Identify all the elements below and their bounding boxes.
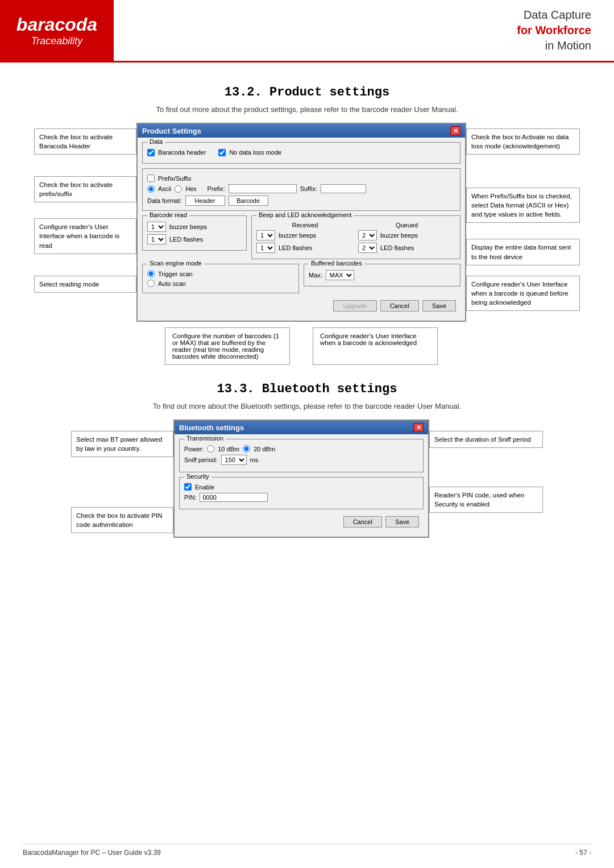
buffered-section: Buffered barcodes Max: MAX1 (304, 264, 460, 286)
power-20-radio[interactable] (243, 445, 250, 452)
queued-led-label: LED flashes (380, 244, 414, 251)
product-dialog-footer: Upgrade Cancel Save (142, 298, 460, 316)
data-format-label: Data format: (147, 197, 182, 204)
product-dialog-wrapper: Product Settings ✕ Data Baracoda header (136, 123, 466, 365)
bluetooth-dialog-title: Bluetooth settings (179, 423, 244, 432)
left-annotations: Check the box to activate Baracoda Heade… (34, 123, 136, 297)
received-buzzer-select[interactable]: 12 (256, 230, 275, 240)
sniff-select[interactable]: 150100200 (221, 455, 247, 465)
barcode-beep-row: Barcode read 123 buzzer beeps 123 (142, 215, 460, 259)
transmission-label: Transmission (184, 435, 226, 442)
auto-scan-label: Auto scan (158, 280, 186, 287)
prefix-label: Prefix: (207, 185, 225, 192)
queued-label: Queued (358, 222, 455, 229)
bt-right-ann-1: Select the duration of Sniff period (429, 431, 543, 448)
bt-right-ann-2: Reader's PIN code, used when Security is… (429, 487, 543, 513)
bluetooth-dialog: Bluetooth settings ✕ Transmission Power:… (173, 420, 429, 538)
page-header: baracoda Traceability Data Capture for W… (0, 0, 614, 63)
left-ann-1: Check the box to activate Baracoda Heade… (34, 128, 136, 155)
sniff-label: Sniff period: (184, 456, 218, 463)
logo-area: baracoda Traceability (0, 0, 114, 61)
data-group-label: Data (147, 138, 165, 145)
left-ann-3: Configure reader's User Interface when a… (34, 218, 136, 254)
bottom-annotations: Configure the number of barcodes (1 or M… (136, 327, 466, 365)
header-line3: in Motion (545, 39, 591, 52)
bluetooth-subtitle: To find out more about the Bluetooth set… (23, 402, 591, 410)
brand-sub: Traceability (16, 35, 97, 47)
data-group: Data Baracoda header No data loss mode (142, 142, 460, 164)
queued-buzzer-label: buzzer beeps (380, 232, 418, 239)
power-10-radio[interactable] (207, 445, 214, 452)
right-ann-1: Check the box to Activate no data loss m… (466, 128, 580, 155)
led-flashes-label: LED flashes (169, 236, 203, 243)
suffix-label: Suffix: (300, 185, 317, 192)
received-buzzer-label: buzzer beeps (279, 232, 316, 239)
barcode-read-col: Barcode read 123 buzzer beeps 123 (142, 215, 247, 259)
no-data-loss-label: No data loss mode (229, 149, 281, 156)
barcode-led-select[interactable]: 123 (147, 234, 166, 244)
scan-engine-label: Scan engine mode (147, 260, 204, 267)
product-diagram-area: Check the box to activate Baracoda Heade… (23, 123, 591, 365)
bluetooth-section-title: 13.3. Bluetooth settings (23, 382, 591, 396)
bluetooth-save-button[interactable]: Save (385, 516, 419, 528)
security-label: Security (184, 473, 211, 480)
bt-left-ann-1: Select max BT power allowed by law in yo… (71, 431, 173, 457)
enable-checkbox[interactable] (184, 483, 192, 491)
product-dialog-titlebar: Product Settings ✕ (138, 124, 465, 138)
scan-engine-col: Scan engine mode Trigger scan Auto scan (142, 264, 299, 293)
power-20-label: 20 dBm (254, 446, 275, 452)
suffix-input[interactable] (321, 184, 366, 193)
right-ann-4: Configure reader's User Interface when a… (466, 276, 580, 311)
max-label: Max: (309, 272, 322, 279)
queued-led-select[interactable]: 12 (358, 243, 377, 253)
product-close-button[interactable]: ✕ (450, 126, 460, 135)
auto-scan-radio[interactable] (147, 280, 155, 287)
right-ann-3: Display the entire data format sent to t… (466, 239, 580, 265)
bluetooth-dialog-body: Transmission Power: 10 dBm 20 dBm Sniff … (175, 434, 428, 537)
received-led-label: LED flashes (279, 244, 312, 251)
trigger-scan-radio[interactable] (147, 270, 155, 277)
upgrade-button[interactable]: Upgrade (333, 300, 376, 312)
hex-radio[interactable] (175, 185, 182, 193)
prefix-suffix-checkbox[interactable] (147, 175, 155, 182)
header-line1: Data Capture (524, 9, 591, 22)
bottom-ann-1: Configure the number of barcodes (1 or M… (165, 327, 290, 365)
header-right: Data Capture for Workforce in Motion (114, 0, 614, 61)
barcode-read-section: Barcode read 123 buzzer beeps 123 (142, 215, 247, 251)
ascii-radio[interactable] (147, 185, 155, 193)
product-cancel-button[interactable]: Cancel (380, 300, 419, 312)
bluetooth-close-button[interactable]: ✕ (413, 423, 424, 432)
product-dialog: Product Settings ✕ Data Baracoda header (136, 123, 466, 322)
received-col: Received 12 buzzer beeps (256, 222, 354, 255)
pin-input[interactable] (200, 493, 268, 502)
enable-label: Enable (195, 484, 214, 491)
buffered-barcodes-label: Buffered barcodes (309, 260, 364, 267)
product-dialog-body: Data Baracoda header No data loss mode (138, 138, 465, 321)
bt-left-ann-2: Check the box to activate PIN code authe… (71, 507, 173, 533)
baracoda-header-checkbox[interactable] (147, 149, 155, 156)
scan-mode-section: Scan engine mode Trigger scan Auto scan (142, 264, 299, 293)
footer-left: BaracodaManager for PC – User Guide v3.3… (23, 849, 161, 857)
bluetooth-cancel-button[interactable]: Cancel (343, 516, 382, 528)
pin-label: PIN: (184, 494, 196, 501)
left-ann-4: Select reading mode (34, 276, 136, 293)
product-save-button[interactable]: Save (422, 300, 456, 312)
ascii-label: Ascii (158, 185, 171, 192)
received-led-select[interactable]: 12 (256, 243, 275, 253)
sniff-unit: ms (250, 456, 259, 463)
prefix-suffix-label: Prefix/Suffix (158, 175, 192, 182)
security-group: Security Enable PIN: (179, 477, 424, 509)
scan-buffered-row: Scan engine mode Trigger scan Auto scan (142, 264, 460, 293)
queued-buzzer-select[interactable]: 12 (358, 230, 377, 240)
max-select[interactable]: MAX1 (326, 270, 354, 280)
beep-led-ack-label: Beep and LED acknowledgement (256, 211, 354, 218)
bluetooth-dialog-footer: Cancel Save (179, 514, 424, 532)
baracoda-header-label: Baracoda header (158, 149, 206, 156)
prefix-input[interactable] (229, 184, 297, 193)
transmission-group: Transmission Power: 10 dBm 20 dBm Sniff … (179, 439, 424, 472)
header-line2: for Workforce (517, 24, 591, 37)
bt-right-annotations: Select the duration of Sniff period Read… (429, 420, 543, 517)
no-data-loss-checkbox[interactable] (218, 149, 226, 156)
prefix-suffix-group: Prefix/Suffix Ascii Hex Prefix: Suff (142, 168, 460, 211)
barcode-buzzer-select[interactable]: 123 (147, 222, 166, 232)
